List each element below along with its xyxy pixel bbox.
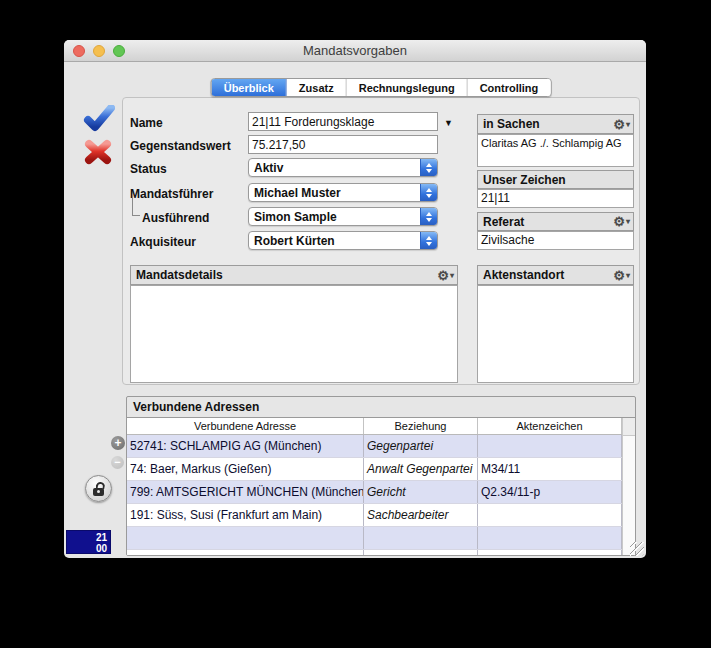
tree-connector (132, 194, 140, 216)
unser-zeichen-header: Unser Zeichen (477, 170, 634, 189)
aktenstandort-field[interactable] (477, 285, 634, 383)
table-row[interactable]: 74: Baer, Markus (Gießen) Anwalt Gegenpa… (127, 458, 635, 481)
name-label: Name (130, 116, 163, 130)
stepper-icon (420, 208, 437, 225)
gear-icon[interactable]: ⚙▾ (437, 268, 454, 283)
stepper-icon (420, 184, 437, 201)
referat-field[interactable]: Zivilsache (477, 231, 634, 250)
add-address-button[interactable]: + (111, 436, 125, 450)
gear-icon[interactable]: ⚙▾ (613, 214, 630, 229)
stepper-icon (420, 232, 437, 249)
status-select[interactable]: Aktiv (248, 158, 438, 177)
lock-button[interactable] (85, 475, 112, 502)
confirm-check-icon[interactable] (83, 105, 115, 133)
col-header-aktenzeichen[interactable]: Aktenzeichen (478, 418, 622, 434)
window-title: Mandatsvorgaben (303, 43, 407, 58)
table-row[interactable] (127, 527, 635, 550)
table-scrollbar[interactable] (622, 418, 635, 555)
mandatsdetails-header: Mandatsdetails ⚙▾ (130, 265, 458, 285)
cancel-x-icon[interactable] (84, 139, 112, 165)
mandatsvorgaben-window: Mandatsvorgaben Überblick Zusatz Rechnun… (64, 40, 646, 558)
zoom-window-button[interactable] (113, 45, 125, 57)
col-header-verbundene-adresse[interactable]: Verbundene Adresse (127, 418, 364, 434)
minimize-window-button[interactable] (93, 45, 105, 57)
in-sachen-header: in Sachen ⚙▾ (477, 114, 634, 134)
tab-ueberblick[interactable]: Überblick (212, 79, 287, 96)
status-label: Status (130, 162, 167, 176)
stepper-icon (420, 159, 437, 176)
mandatsfuehrer-select[interactable]: Michael Muster (248, 183, 438, 202)
close-window-button[interactable] (73, 45, 85, 57)
name-combo-arrow-icon[interactable]: ▼ (444, 118, 453, 128)
aktenstandort-header: Aktenstandort ⚙▾ (477, 265, 634, 285)
col-header-beziehung[interactable]: Beziehung (364, 418, 478, 434)
table-header-row: Verbundene Adresse Beziehung Aktenzeiche… (127, 418, 635, 435)
table-row[interactable]: 799: AMTSGERICHT MÜNCHEN (München) Geric… (127, 481, 635, 504)
table-row[interactable] (127, 550, 635, 555)
ausfuehrend-label: Ausführend (142, 211, 209, 225)
ausfuehrend-select[interactable]: Simon Sample (248, 207, 438, 226)
gear-icon[interactable]: ⚙▾ (613, 268, 630, 283)
resize-grip[interactable] (630, 542, 644, 556)
tab-controlling[interactable]: Controlling (468, 79, 551, 96)
tab-bar: Überblick Zusatz Rechnungslegung Control… (211, 78, 552, 97)
gegenstandswert-input[interactable] (248, 135, 438, 154)
verbundene-adressen-group: Verbundene Adressen Verbundene Adresse B… (126, 396, 636, 556)
mandate-number-badge: 21 00 (66, 530, 111, 554)
table-body: 52741: SCHLAMPIG AG (München) Gegenparte… (127, 435, 635, 555)
akquisiteur-label: Akquisiteur (130, 235, 196, 249)
unser-zeichen-field[interactable]: 21|11 (477, 189, 634, 208)
tab-zusatz[interactable]: Zusatz (287, 79, 347, 96)
badge-line1: 21 (67, 532, 107, 543)
referat-header: Referat ⚙▾ (477, 212, 634, 231)
akquisiteur-select[interactable]: Robert Kürten (248, 231, 438, 250)
gear-icon[interactable]: ⚙▾ (613, 117, 630, 132)
mandatsdetails-field[interactable] (130, 285, 458, 383)
in-sachen-field[interactable]: Claritas AG ./. Schlampig AG (477, 134, 634, 167)
verbundene-adressen-title: Verbundene Adressen (127, 397, 635, 417)
gegenstandswert-label: Gegenstandswert (130, 139, 231, 153)
mandatsfuehrer-label: Mandatsführer (130, 187, 213, 201)
addresses-table[interactable]: Verbundene Adresse Beziehung Aktenzeiche… (127, 417, 635, 555)
remove-address-button[interactable]: − (111, 456, 124, 469)
tab-rechnungslegung[interactable]: Rechnungslegung (347, 79, 468, 96)
table-row[interactable]: 191: Süss, Susi (Frankfurt am Main) Sach… (127, 504, 635, 527)
title-bar[interactable]: Mandatsvorgaben (64, 40, 646, 62)
name-input[interactable] (248, 112, 438, 131)
badge-line2: 00 (67, 543, 107, 554)
table-row[interactable]: 52741: SCHLAMPIG AG (München) Gegenparte… (127, 435, 635, 458)
